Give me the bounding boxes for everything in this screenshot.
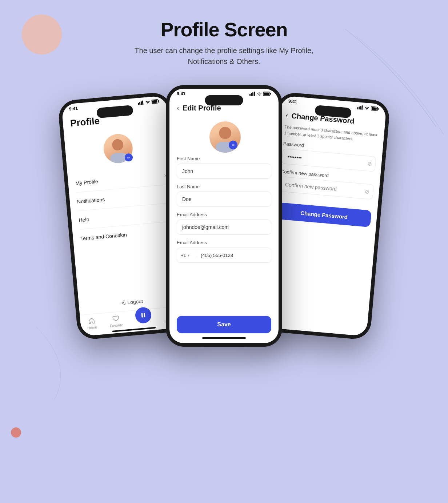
svg-rect-6 — [152, 100, 157, 103]
edit-profile-screen-content: 9:41 — [169, 89, 279, 343]
nav-favorite-label: Favorite — [110, 323, 123, 328]
edit-form: First Name Last Name Email Address Email… — [169, 156, 279, 310]
back-button-2[interactable]: ‹ — [177, 104, 179, 112]
edit-avatar-section: ✏ — [169, 116, 279, 156]
svg-rect-20 — [264, 93, 269, 95]
form-group-email: Email Address — [177, 212, 271, 235]
svg-rect-27 — [371, 107, 377, 110]
svg-rect-19 — [270, 93, 271, 95]
confirm-password-toggle-icon[interactable]: ⊘ — [365, 188, 370, 195]
menu-label-terms: Terms and Condition — [80, 232, 127, 242]
label-phone: Email Address — [177, 240, 271, 245]
nav-home[interactable]: Home — [87, 317, 97, 330]
signal-icon-2 — [249, 92, 255, 96]
label-firstname: First Name — [177, 156, 271, 161]
battery-icon — [151, 99, 160, 104]
change-password-button[interactable]: Change Password — [277, 202, 372, 227]
svg-rect-5 — [158, 100, 159, 102]
svg-rect-23 — [360, 106, 361, 110]
form-group-lastname: Last Name — [177, 184, 271, 207]
battery-icon-2 — [263, 92, 271, 96]
svg-rect-26 — [377, 108, 379, 110]
signal-icon — [138, 100, 144, 105]
input-lastname[interactable] — [177, 192, 271, 207]
page-subtitle: The user can change the profile settings… — [0, 45, 448, 67]
nav-favorite[interactable]: Favorite — [109, 314, 123, 328]
menu-label-notifications: Notifications — [77, 196, 105, 205]
time-3: 9:41 — [288, 98, 297, 104]
home-indicator — [112, 327, 156, 332]
svg-rect-16 — [252, 92, 253, 96]
svg-rect-17 — [254, 92, 255, 96]
svg-rect-22 — [359, 106, 360, 109]
input-firstname[interactable] — [177, 164, 271, 179]
country-code-value: +1 — [181, 253, 186, 258]
menu-label-help: Help — [79, 216, 89, 223]
wifi-icon — [145, 100, 150, 105]
phone-input-group: +1 ▾ — [177, 248, 271, 263]
status-icons-3 — [357, 105, 379, 111]
input-phone[interactable] — [197, 253, 271, 258]
page-header: Profile Screen The user can change the p… — [0, 0, 448, 78]
svg-rect-3 — [142, 100, 144, 105]
dynamic-island-2 — [205, 95, 243, 105]
save-button[interactable]: Save — [177, 316, 271, 333]
form-group-confirm-password: Confirm new password ⊘ — [279, 169, 375, 200]
dropdown-chevron: ▾ — [188, 253, 189, 257]
country-code[interactable]: +1 ▾ — [177, 253, 197, 258]
bg-decoration-circle-red — [11, 427, 21, 438]
logout-label: Logout — [127, 298, 143, 305]
page-title: Profile Screen — [0, 18, 448, 41]
phone-edit-profile: 9:41 — [166, 85, 282, 347]
label-email: Email Address — [177, 212, 271, 217]
wifi-icon-2 — [257, 92, 262, 96]
phones-showcase: 9:41 — [0, 78, 448, 347]
edit-avatar-wrapper: ✏ — [209, 121, 239, 150]
svg-rect-24 — [361, 105, 363, 110]
svg-rect-0 — [138, 103, 139, 105]
form-group-phone: Email Address +1 ▾ — [177, 240, 271, 263]
svg-rect-14 — [249, 94, 251, 96]
svg-rect-1 — [139, 102, 141, 105]
status-icons-1 — [138, 99, 160, 105]
time-2: 9:41 — [177, 91, 185, 96]
svg-rect-8 — [141, 313, 143, 318]
nav-home-label: Home — [87, 325, 97, 330]
home-indicator-2 — [202, 337, 246, 339]
signal-icon-3 — [357, 105, 363, 110]
svg-rect-15 — [251, 93, 252, 96]
svg-rect-2 — [141, 101, 142, 105]
time-1: 9:41 — [69, 106, 78, 112]
heart-icon — [112, 315, 120, 323]
phone-edit-profile-screen: 9:41 — [169, 89, 279, 343]
logout-icon — [120, 300, 125, 306]
pause-icon — [140, 312, 147, 319]
label-lastname: Last Name — [177, 184, 271, 189]
avatar-wrapper: ✏ — [102, 133, 134, 164]
status-icons-2 — [249, 92, 271, 96]
input-email[interactable] — [177, 220, 271, 235]
password-toggle-icon[interactable]: ⊘ — [367, 160, 372, 167]
change-pw-form: Password ⊘ Confirm new password ⊘ C — [271, 140, 383, 228]
svg-rect-21 — [357, 107, 359, 109]
svg-rect-9 — [144, 313, 145, 317]
battery-icon-3 — [371, 106, 379, 111]
edit-avatar-button[interactable]: ✏ — [229, 141, 237, 149]
form-group-firstname: First Name — [177, 156, 271, 179]
wifi-icon-3 — [364, 106, 370, 110]
svg-line-7 — [120, 303, 123, 303]
back-button-3[interactable]: ‹ — [285, 112, 288, 119]
home-icon — [88, 317, 96, 325]
bg-decoration-circle-pink — [22, 15, 62, 55]
menu-label-my-profile: My Profile — [75, 178, 98, 186]
